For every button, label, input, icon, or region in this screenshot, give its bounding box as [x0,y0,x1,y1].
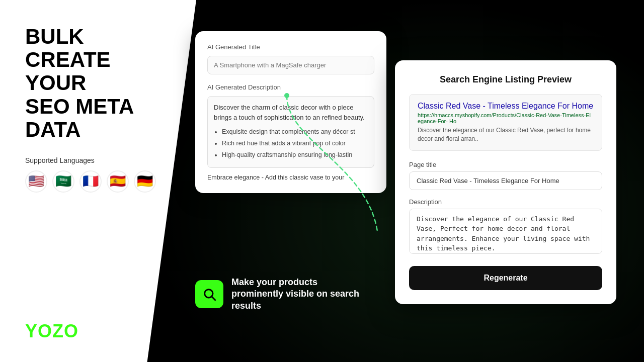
serp-preview: Classic Red Vase - Timeless Elegance For… [409,94,602,151]
bottom-badge: Make your products prominently visible o… [195,277,362,312]
ai-generated-card: AI Generated Title AI Generated Descript… [195,31,386,193]
page-title-input[interactable] [409,171,602,190]
headline: BULK CREATE YOUR SEO META DATA [25,25,171,141]
flag-english: 🇺🇸 [25,170,47,193]
serp-description: Discover the elegance of our Classic Red… [418,126,594,143]
description-textarea[interactable] [409,209,602,254]
supported-languages: Supported Languages 🇺🇸 🇸🇦 🇫🇷 🇪🇸 🇩🇪 [25,156,171,193]
page-title-label: Page title [409,161,602,168]
search-badge-icon [195,280,223,308]
flag-german: 🇩🇪 [134,170,156,193]
page-title-group: Page title [409,161,602,190]
regenerate-button[interactable]: Regenerate [409,266,602,290]
preview-card-title: Search Engine Listing Preview [409,74,602,85]
preview-card: Search Engine Listing Preview Classic Re… [395,60,616,304]
title-label: AI Generated Title [207,43,374,51]
supported-languages-label: Supported Languages [25,156,171,164]
serp-url: https://hmaccs.myshopify.com/Products/Cl… [418,112,594,124]
serp-link[interactable]: Classic Red Vase - Timeless Elegance For… [418,102,594,111]
badge-text: Make your products prominently visible o… [231,277,362,312]
description-field-label: Description [409,198,602,206]
svg-line-2 [212,297,215,300]
search-icon [202,287,216,301]
description-group: Description [409,198,602,256]
flag-spanish: 🇪🇸 [107,170,129,193]
card-cta: Embrace elegance - Add this classic vase… [207,174,374,181]
title-input[interactable] [207,56,374,74]
yozo-logo: YOZO [25,321,171,342]
flags-row: 🇺🇸 🇸🇦 🇫🇷 🇪🇸 🇩🇪 [25,170,171,193]
description-label: AI Generated Description [207,83,374,91]
description-box: Discover the charm of classic decor with… [207,96,374,168]
flag-arabic: 🇸🇦 [52,170,74,193]
flag-french: 🇫🇷 [79,170,102,193]
